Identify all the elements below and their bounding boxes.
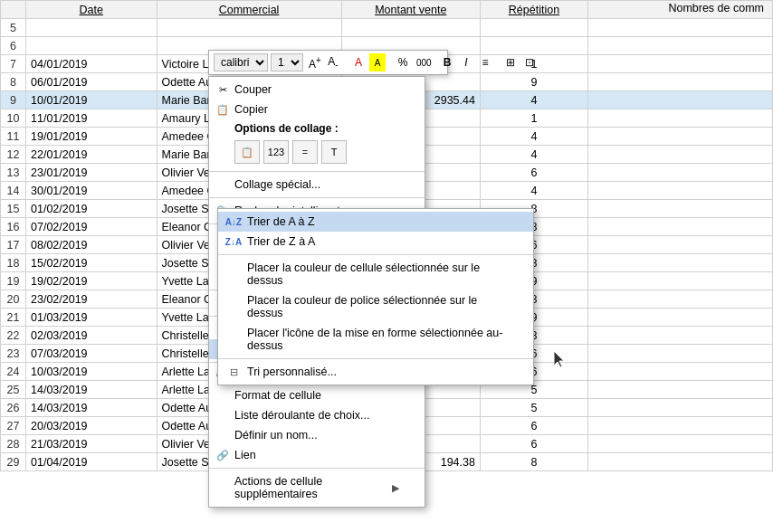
cell-repetition[interactable]: 4 (480, 128, 587, 146)
percent-btn[interactable]: % (395, 53, 411, 71)
cell-date[interactable]: 06/01/2019 (26, 73, 157, 91)
row-number: 11 (1, 128, 26, 146)
cell-date[interactable]: 23/02/2019 (26, 290, 157, 309)
cell-date[interactable]: 10/01/2019 (26, 91, 157, 109)
paste-btn-1[interactable]: 📋 (234, 140, 260, 164)
ctx-cut[interactable]: ✂ Couper (209, 80, 425, 100)
cell-date[interactable]: 15/02/2019 (26, 254, 157, 272)
sub-icon-top[interactable]: Placer l'icône de la mise en forme sélec… (218, 323, 533, 356)
row-number: 26 (1, 399, 26, 417)
row-number: 18 (1, 254, 26, 272)
ctx-define-name[interactable]: Définir un nom... (209, 425, 425, 445)
cell-date[interactable]: 01/02/2019 (26, 200, 157, 218)
comma-btn[interactable]: 000 (414, 53, 430, 71)
sub-custom-sort[interactable]: ⊟ Tri personnalisé... (218, 362, 533, 382)
sub-custom-sort-label: Tri personnalisé... (247, 366, 337, 378)
cell-date[interactable]: 19/01/2019 (26, 128, 157, 146)
font-name-select[interactable]: calibri (214, 53, 268, 71)
cell-date[interactable] (26, 37, 157, 55)
cell-repetition[interactable]: 8 (480, 453, 587, 471)
row-number: 9 (1, 91, 26, 109)
cell-date[interactable]: 08/02/2019 (26, 236, 157, 254)
cell-date[interactable]: 01/03/2019 (26, 309, 157, 327)
sub-font-color-top-label: Placer la couleur de police sélectionnée… (247, 294, 508, 319)
merge-btn[interactable]: ⊡ (521, 53, 538, 71)
cell-date[interactable]: 20/03/2019 (26, 417, 157, 435)
cell-date[interactable]: 19/02/2019 (26, 272, 157, 290)
cell-repetition[interactable] (480, 37, 587, 55)
sort-submenu-container: A↓Z Trier de A à Z Z↓A Trier de Z à A Pl… (217, 208, 534, 385)
ctx-paste-special[interactable]: Collage spécial... (209, 175, 425, 195)
ctx-dropdown-list[interactable]: Liste déroulante de choix... (209, 405, 425, 425)
cell-repetition[interactable]: 6 (480, 417, 587, 435)
bold-btn[interactable]: B (439, 53, 455, 71)
cell-repetition[interactable]: 4 (480, 91, 587, 109)
ctx-format-cell[interactable]: Format de cellule (209, 385, 425, 405)
cell-nbcomm (587, 73, 772, 91)
col-header-repetition[interactable]: Répétition (480, 1, 587, 19)
row-number: 15 (1, 200, 26, 218)
cell-nbcomm (587, 345, 772, 363)
cell-date[interactable]: 14/03/2019 (26, 399, 157, 417)
ctx-paste-special-label: Collage spécial... (234, 178, 320, 191)
align-btn[interactable]: ≡ (477, 53, 493, 71)
ctx-sep2 (209, 197, 425, 198)
ctx-copy[interactable]: 📋 Copier (209, 100, 425, 119)
col-header-montant[interactable]: Montant vente (341, 1, 480, 19)
table-row[interactable]: 5 (1, 19, 773, 37)
ctx-extra-actions[interactable]: Actions de cellule supplémentaires ▶ (209, 471, 425, 504)
cell-nbcomm (587, 309, 772, 327)
cell-commercial[interactable] (157, 19, 341, 37)
paste-btn-4[interactable]: T (321, 140, 347, 164)
sub-sort-za[interactable]: Z↓A Trier de Z à A (218, 232, 533, 252)
cell-date[interactable]: 10/03/2019 (26, 363, 157, 381)
paste-options-label: Options de collage : (209, 119, 425, 138)
cell-date[interactable]: 21/03/2019 (26, 435, 157, 453)
ctx-link[interactable]: 🔗 Lien (209, 445, 425, 465)
cell-repetition[interactable]: 1 (480, 109, 587, 128)
copy-icon: 📋 (215, 104, 231, 116)
ctx-sep7 (209, 468, 425, 469)
paste-btn-2[interactable]: 123 (263, 140, 289, 164)
row-number: 10 (1, 109, 26, 128)
cell-repetition[interactable]: 4 (480, 146, 587, 164)
paste-btn-3[interactable]: = (292, 140, 318, 164)
top-label: Nombres de comm (668, 2, 764, 14)
sub-cell-color-top[interactable]: Placer la couleur de cellule sélectionné… (218, 258, 533, 290)
highlight-btn[interactable]: A (369, 53, 386, 71)
spreadsheet: Nombres de comm Date Commercial Montant … (0, 0, 773, 532)
cell-nbcomm (587, 399, 772, 417)
cell-date[interactable]: 14/03/2019 (26, 381, 157, 399)
cell-repetition[interactable]: 5 (480, 399, 587, 417)
cell-repetition[interactable]: 6 (480, 435, 587, 453)
cell-nbcomm (587, 182, 772, 200)
cell-date[interactable] (26, 19, 157, 37)
row-number: 6 (1, 37, 26, 55)
col-header-commercial[interactable]: Commercial (157, 1, 341, 19)
sub-sort-az[interactable]: A↓Z Trier de A à Z (218, 212, 533, 232)
font-size-select[interactable]: 11 (271, 53, 303, 71)
italic-btn[interactable]: I (458, 53, 474, 71)
cell-date[interactable]: 01/04/2019 (26, 453, 157, 471)
cell-date[interactable]: 07/02/2019 (26, 218, 157, 236)
font-color-btn[interactable]: A (350, 53, 367, 71)
cell-repetition[interactable]: 6 (480, 164, 587, 182)
font-decrease-btn[interactable]: A- (325, 53, 341, 71)
cell-date[interactable]: 07/03/2019 (26, 345, 157, 363)
sub-font-color-top[interactable]: Placer la couleur de police sélectionnée… (218, 290, 533, 323)
sub-sort-za-label: Trier de Z à A (247, 235, 315, 248)
font-increase-btn[interactable]: A+ (306, 53, 322, 71)
cell-date[interactable]: 11/01/2019 (26, 109, 157, 128)
cell-date[interactable]: 23/01/2019 (26, 164, 157, 182)
cell-date[interactable]: 04/01/2019 (26, 55, 157, 73)
cell-repetition[interactable] (480, 19, 587, 37)
col-header-date[interactable]: Date (26, 1, 157, 19)
border-btn[interactable]: ⊞ (502, 53, 519, 71)
cell-date[interactable]: 22/01/2019 (26, 146, 157, 164)
cell-date[interactable]: 30/01/2019 (26, 182, 157, 200)
ctx-cut-label: Couper (234, 83, 272, 96)
cell-montant[interactable] (341, 19, 480, 37)
cell-repetition[interactable]: 4 (480, 182, 587, 200)
cell-date[interactable]: 02/03/2019 (26, 327, 157, 345)
cell-repetition[interactable]: 9 (480, 73, 587, 91)
